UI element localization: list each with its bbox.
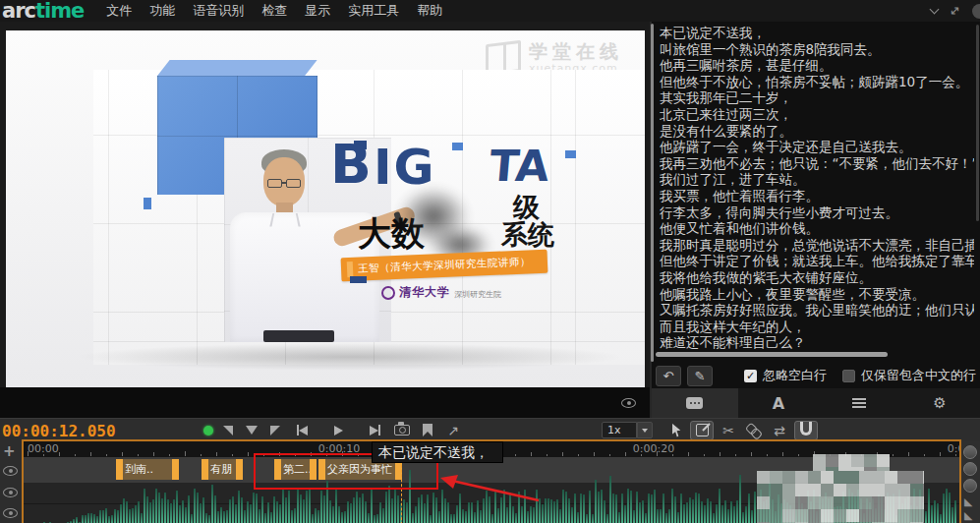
- tsinghua-logo-icon: [381, 286, 395, 300]
- cube-tag: [565, 150, 576, 158]
- script-line[interactable]: 本已说定不送我，: [660, 25, 974, 41]
- ruler-label: 00:00: [28, 442, 59, 455]
- timeline-round-button[interactable]: [963, 445, 977, 459]
- subtitle-clip[interactable]: 有朋: [202, 459, 243, 480]
- go-start-button[interactable]: [291, 419, 313, 441]
- link-tool[interactable]: [743, 419, 765, 441]
- tab-font[interactable]: A: [738, 388, 819, 418]
- track-header-column: +: [0, 440, 22, 523]
- mark-in-button[interactable]: [217, 419, 239, 441]
- speed-dropdown-arrow[interactable]: [637, 422, 653, 438]
- script-line[interactable]: 我们过了江，进了车站。: [660, 171, 974, 188]
- script-vertical-scrollbar[interactable]: [976, 25, 979, 221]
- jump-export-button[interactable]: ↗: [442, 419, 464, 441]
- add-track-button[interactable]: +: [3, 442, 16, 460]
- script-line[interactable]: 我将他给我做的紫毛大衣铺好座位。: [660, 269, 974, 286]
- timeline-round-button[interactable]: [963, 462, 977, 476]
- glasses-icon: [286, 179, 301, 188]
- script-line[interactable]: 其实我那年已二十岁，: [660, 89, 974, 106]
- tab-subtitles[interactable]: [652, 388, 738, 418]
- script-line[interactable]: 他再三嘱咐茶房，甚是仔细。: [660, 57, 974, 74]
- menu-item[interactable]: 帮助: [417, 2, 442, 20]
- tab-list[interactable]: [819, 388, 899, 418]
- wave-zoom-in-icon[interactable]: ◣: [964, 496, 972, 507]
- mosaic-censor: [757, 471, 924, 523]
- swap-tool[interactable]: ⇄: [769, 419, 790, 441]
- script-lines: 本已说定不送我，叫旅馆里一个熟识的茶房8陪我同去。他再三嘱咐茶房，甚是仔细。但他…: [660, 25, 974, 351]
- arctime-window: arctime 文件功能语音识别检查显示实用工具帮助 ↔ 学堂在线 xuetan…: [0, 0, 980, 523]
- bookmark-button[interactable]: [417, 419, 438, 441]
- menu-item[interactable]: 文件: [106, 2, 132, 20]
- tab-settings[interactable]: ⚙: [899, 388, 980, 418]
- wave-zoom-out-icon[interactable]: ◣: [964, 510, 972, 521]
- menu-item[interactable]: 语音识别: [193, 2, 244, 20]
- tsinghua-sub: 深圳研究生院: [454, 289, 501, 300]
- script-line[interactable]: 叫旅馆里一个熟识的茶房8陪我同去。: [660, 41, 974, 58]
- menu-items: 文件功能语音识别检查显示实用工具帮助: [97, 2, 451, 20]
- video-visibility-eye-icon[interactable]: [621, 398, 636, 408]
- chevron-down-icon[interactable]: [930, 5, 940, 15]
- window-circle-button[interactable]: [972, 4, 980, 19]
- script-line[interactable]: 难道还不能料理自己么？: [660, 334, 974, 351]
- menu-item[interactable]: 功能: [149, 2, 175, 20]
- expand-icon[interactable]: ↔: [948, 4, 962, 19]
- script-horizontal-scrollbar[interactable]: [656, 352, 888, 357]
- mark-out-button[interactable]: [264, 419, 286, 441]
- snapshot-camera-button[interactable]: [391, 419, 413, 441]
- ignore-blank-checkbox[interactable]: ✓: [744, 370, 757, 382]
- transport-toolbar: 00:00:12.050 ↗ 1x ✂ ⇄: [0, 418, 980, 440]
- subtitle-clip[interactable]: 到南..: [116, 459, 179, 480]
- script-line[interactable]: 他便又忙着和他们讲价钱。: [660, 220, 974, 237]
- ruler-label: 0:00:20: [633, 442, 674, 455]
- script-line[interactable]: 但他终于讲定了价钱；就送我上车。他给我拣定了靠车门的一张: [660, 253, 974, 269]
- scissors-tool[interactable]: ✂: [718, 419, 739, 441]
- mark-down-button[interactable]: [241, 419, 262, 441]
- cube-tag: [452, 143, 463, 150]
- cube-text-system: 系统: [501, 217, 554, 253]
- blue-cubes-top: [156, 60, 317, 77]
- script-line[interactable]: 我再三劝他不必去；他只说：“不要紧，他们去不好！”: [660, 155, 974, 172]
- floor-shadow: [75, 343, 625, 371]
- playback-speed-select[interactable]: 1x: [602, 422, 637, 438]
- script-left-scrollbar[interactable]: [651, 24, 654, 362]
- menu-item[interactable]: 实用工具: [348, 2, 399, 20]
- script-line[interactable]: 是没有什么要紧的了。: [660, 123, 974, 140]
- panel-tab-bar: A ⚙: [652, 388, 980, 418]
- list-icon: [852, 398, 866, 408]
- ignore-blank-label: 忽略空白行: [763, 367, 827, 384]
- script-pane: 本已说定不送我，叫旅馆里一个熟识的茶房8陪我同去。他再三嘱咐茶房，甚是仔细。但他…: [652, 22, 980, 418]
- menu-item[interactable]: 显示: [305, 2, 330, 20]
- cursor-tool[interactable]: [666, 419, 688, 441]
- script-line[interactable]: 我那时真是聪明过分，总觉他说话不大漂亮，非自己插嘴不可，: [660, 237, 974, 254]
- edit-text-button[interactable]: ✎: [687, 366, 713, 386]
- cube-letter-b: B: [330, 133, 372, 196]
- play-button[interactable]: [327, 419, 349, 441]
- watermark-cn: 学堂在线: [529, 40, 623, 62]
- script-line[interactable]: 他嘱我路上小心，夜里要警醒些，不要受凉。: [660, 286, 974, 303]
- magnet-snap-tool[interactable]: [794, 421, 818, 440]
- chinese-only-checkbox[interactable]: [842, 370, 855, 382]
- script-edit-row: ↶ ✎ ✓ 忽略空白行 仅保留包含中文的行: [652, 363, 980, 388]
- menu-bar: arctime 文件功能语音识别检查显示实用工具帮助 ↔: [0, 0, 980, 22]
- undo-button[interactable]: ↶: [656, 366, 681, 386]
- script-line[interactable]: 行李太多，得向脚夫行些小费才可过去。: [660, 204, 974, 221]
- script-line[interactable]: 他踌躇了一会，终于决定还是自己送我去。: [660, 139, 974, 155]
- logo-arc: arc: [2, 0, 35, 23]
- font-icon: A: [773, 394, 784, 413]
- edit-tool[interactable]: [690, 421, 714, 440]
- script-line[interactable]: 又嘱托茶房好好照应我。我心里暗笑他的迂；他们只认得钱，: [660, 302, 974, 319]
- logo-time: time: [35, 0, 84, 23]
- track1-eye-icon[interactable]: [3, 466, 18, 476]
- track2-eye-icon[interactable]: [3, 488, 18, 497]
- script-line[interactable]: 而且我这样大年纪的人，: [660, 319, 974, 335]
- script-line[interactable]: 但他终于不放心，怕茶房不妥帖；颇踌躇10了一会。: [660, 74, 974, 90]
- track3-eye-icon[interactable]: [3, 508, 18, 518]
- script-line[interactable]: 我买票，他忙着照看行李。: [660, 188, 974, 204]
- timeline-round-button[interactable]: [963, 479, 977, 493]
- go-end-button[interactable]: [364, 419, 385, 441]
- video-preview[interactable]: 学堂在线 xuetangx.com B: [6, 30, 645, 387]
- script-line[interactable]: 北京已来往过两三次，: [660, 106, 974, 123]
- lecturer-banner-text: 王智（清华大学深圳研究生院讲师）: [358, 255, 531, 275]
- gear-icon: ⚙: [933, 396, 946, 411]
- menu-item[interactable]: 检查: [261, 2, 287, 20]
